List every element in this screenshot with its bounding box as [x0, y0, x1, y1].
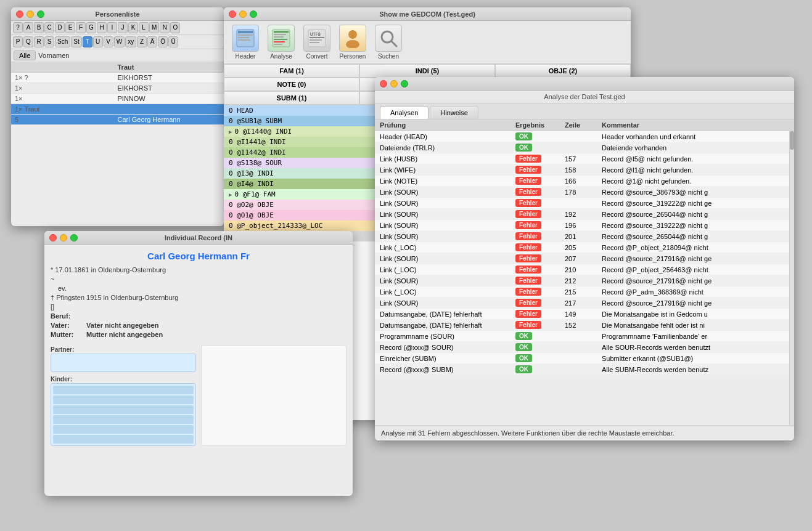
kinder-section: Kinder: — [51, 375, 196, 446]
stat-obje[interactable]: OBJE (2) — [495, 64, 631, 78]
minimize-button[interactable] — [27, 10, 34, 18]
alle-button[interactable]: Alle — [14, 51, 36, 60]
header-tool-btn[interactable]: Header — [230, 25, 261, 60]
suchen-tool-btn[interactable]: Suchen — [373, 25, 404, 60]
alpha-btn-s[interactable]: S — [44, 36, 54, 47]
alpha-btn-c[interactable]: C — [44, 22, 54, 33]
analyse-row[interactable]: Datumsangabe, (DATE) fehlerhaftFehler149… — [375, 309, 789, 320]
alpha-btn-p[interactable]: P — [13, 36, 23, 47]
tab-hinweise[interactable]: Hinweise — [430, 106, 478, 119]
alpha-btn-l[interactable]: L — [139, 22, 149, 33]
stat-fam[interactable]: FAM (1) — [224, 64, 359, 78]
alpha-btn-ö[interactable]: Ö — [158, 36, 168, 47]
gedcom-close-button[interactable] — [229, 10, 236, 18]
alpha-btn-o[interactable]: O — [170, 22, 180, 33]
ergebnis-cell: Fehler — [515, 199, 565, 207]
right-box[interactable] — [201, 345, 347, 446]
alpha-btn-v[interactable]: V — [104, 36, 113, 47]
analyse-row[interactable]: Link (SOUR)Fehler178Record @source_38679… — [375, 187, 789, 198]
table-row[interactable]: 1× PINNOW — [11, 94, 224, 104]
partners-kinder-section: Partner: Kinder: — [51, 345, 347, 446]
analyse-row[interactable]: Link (SOUR)Fehler212Record @source_21791… — [375, 275, 789, 286]
alpha-btn-ü[interactable]: Ü — [168, 36, 178, 47]
analyse-minimize-button[interactable] — [390, 80, 398, 87]
alpha-btn-z[interactable]: Z — [137, 36, 147, 47]
analyse-row[interactable]: Link (_LOC)Fehler210Record @P_object_256… — [375, 264, 789, 275]
stat-indi[interactable]: INDI (5) — [359, 64, 495, 78]
analyse-row[interactable]: Einreicher (SUBM)OKSubmitter erkannt (@S… — [375, 353, 789, 364]
analyse-row[interactable]: Record (@xxx@ SUBM)OKAlle SUBM-Records w… — [375, 364, 789, 375]
partner-box[interactable] — [51, 354, 196, 372]
alpha-btn-m[interactable]: M — [149, 22, 159, 33]
ir-maximize-button[interactable] — [70, 234, 78, 241]
analyse-row[interactable]: Header (HEAD)OKHeader vorhanden und erka… — [375, 131, 789, 142]
analyse-row[interactable]: Link (SOUR)Fehler201Record @source_26504… — [375, 231, 789, 242]
alpha-btn-k[interactable]: K — [128, 22, 138, 33]
analyse-maximize-button[interactable] — [401, 80, 408, 87]
convert-tool-btn[interactable]: UTF8 Convert — [301, 25, 332, 60]
analyse-footer: Analyse mit 31 Fehlern abgeschlossen. We… — [375, 425, 794, 440]
alpha-btn-sch[interactable]: Sch — [55, 36, 70, 47]
scroll-thumb[interactable] — [790, 131, 794, 150]
ir-close-button[interactable] — [49, 234, 57, 241]
stat-note[interactable]: NOTE (0) — [224, 78, 359, 91]
alpha-btn-b[interactable]: B — [34, 22, 44, 33]
alpha-btn-j[interactable]: J — [118, 22, 128, 33]
table-row-selected[interactable]: 1× Traut — [11, 104, 224, 115]
alpha-btn-n[interactable]: N — [160, 22, 170, 33]
analyse-row[interactable]: Link (_LOC)Fehler215Record @P_adm_368369… — [375, 286, 789, 298]
analyse-row[interactable]: Datumsangabe, (DATE) fehlerhaftFehler152… — [375, 320, 789, 331]
analyse-row[interactable]: Link (_LOC)Fehler205Record @P_object_218… — [375, 242, 789, 253]
analyse-row[interactable]: Link (SOUR)Fehler196Record @source_31922… — [375, 220, 789, 231]
analyse-row[interactable]: Link (HUSB)Fehler157Record @I5@ nicht ge… — [375, 153, 789, 164]
expand-icon[interactable]: ▶ — [229, 192, 232, 198]
analyse-table-body[interactable]: Header (HEAD)OKHeader vorhanden und erka… — [375, 131, 789, 425]
scrollbar[interactable] — [789, 131, 794, 425]
gedcom-maximize-button[interactable] — [250, 10, 257, 18]
analyse-row[interactable]: Programmname (SOUR)OKProgrammname 'Famil… — [375, 331, 789, 342]
table-row[interactable]: 1× ? EIKHORST — [11, 73, 224, 83]
alpha-btn-ä[interactable]: Ä — [147, 36, 157, 47]
alpha-btn-u[interactable]: U — [93, 36, 103, 47]
analyse-row[interactable]: Record (@xxx@ SOUR)OKAlle SOUR-Records w… — [375, 342, 789, 353]
table-row-person[interactable]: 5 Carl Georg Hermann — [11, 115, 224, 125]
alpha-btn-q[interactable]: Q — [23, 36, 33, 47]
alpha-btn-e[interactable]: E — [65, 22, 75, 33]
alpha-btn-t[interactable]: T — [83, 36, 92, 47]
stat-subm[interactable]: SUBM (1) — [224, 91, 359, 105]
analyse-row[interactable]: Link (SOUR)FehlerRecord @source_319222@ … — [375, 198, 789, 209]
maximize-button[interactable] — [37, 10, 44, 18]
alpha-btn-w[interactable]: W — [114, 36, 125, 47]
gedcom-minimize-button[interactable] — [239, 10, 247, 18]
alpha-btn-r[interactable]: R — [34, 36, 44, 47]
analyse-row[interactable]: Link (NOTE)Fehler166Record @1@ nicht gef… — [375, 176, 789, 187]
tree-row-text: 0 @S138@ SOUR — [229, 159, 282, 167]
alpha-btn-g[interactable]: G — [86, 22, 96, 33]
alpha-btn-a[interactable]: A — [23, 22, 33, 33]
alpha-btn-st[interactable]: St — [71, 36, 81, 47]
alpha-btn-i[interactable]: I — [107, 22, 117, 33]
analyse-tool-btn[interactable]: Analyse — [266, 25, 297, 60]
kinder-label: Kinder: — [51, 376, 72, 383]
ir-minimize-button[interactable] — [60, 234, 67, 241]
pruefung-cell: Link (NOTE) — [380, 177, 515, 185]
analyse-row[interactable]: Link (WIFE)Fehler158Record @I1@ nicht ge… — [375, 164, 789, 176]
alpha-btn-h[interactable]: H — [97, 22, 107, 33]
alpha-btn-xy[interactable]: xy — [125, 36, 136, 47]
analyse-row[interactable]: Link (SOUR)Fehler217Record @source_21791… — [375, 298, 789, 309]
expand-icon[interactable]: ▶ — [229, 129, 232, 135]
analyse-close-button[interactable] — [380, 80, 387, 87]
alpha-btn-?[interactable]: ? — [13, 22, 23, 33]
analyse-row[interactable]: Link (SOUR)Fehler207Record @source_21791… — [375, 253, 789, 264]
analyse-row[interactable]: Link (SOUR)Fehler192Record @source_26504… — [375, 209, 789, 220]
close-button[interactable] — [16, 10, 23, 18]
analyse-row[interactable]: Dateiende (TRLR)OKDateiende vorhanden — [375, 142, 789, 153]
tab-analysen[interactable]: Analysen — [380, 106, 429, 119]
kinder-box[interactable] — [51, 383, 196, 446]
alpha-btn-d[interactable]: D — [55, 22, 65, 33]
table-row[interactable]: 1× EIKHORST — [11, 83, 224, 94]
alpha-btn-f[interactable]: F — [76, 22, 86, 33]
analyse-titlebar — [375, 77, 794, 91]
personen-tool-btn[interactable]: Personen — [337, 25, 368, 60]
zeile-cell: 212 — [565, 277, 602, 285]
